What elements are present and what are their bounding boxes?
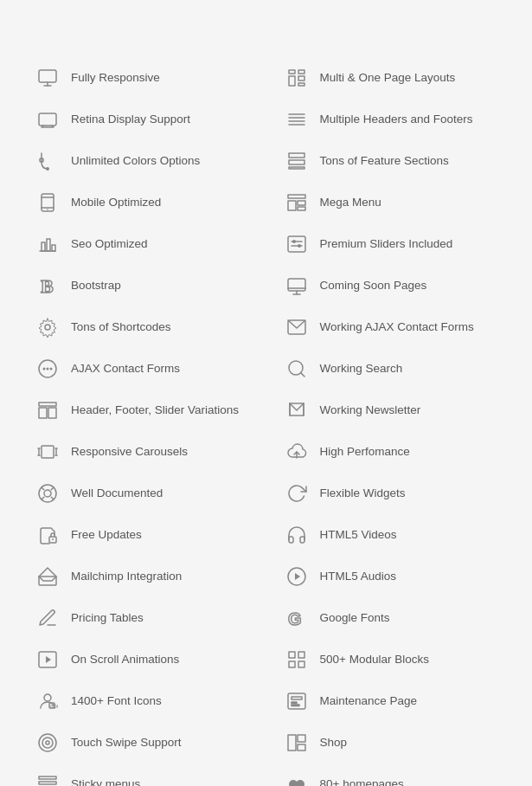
svg-marker-72 [295, 573, 300, 580]
feature-item-multi-one-page: Multi & One Page Layouts [266, 57, 516, 99]
feature-item-ajax-contact-forms: AJAX Contact Forms [17, 348, 266, 390]
feature-item-tons-shortcodes: Tons of Shortcodes [17, 306, 266, 348]
svg-rect-92 [298, 744, 305, 751]
svg-point-80 [44, 694, 51, 701]
bold-b-icon: B [35, 273, 61, 299]
svg-rect-83 [288, 693, 305, 709]
feature-item-mega-menu: Mega Menu [266, 182, 516, 223]
svg-rect-91 [298, 735, 305, 742]
svg-rect-3 [289, 70, 295, 74]
feature-item-fully-responsive: Fully Responsive [17, 57, 266, 99]
feature-item-sticky-menus: Sticky menus [17, 763, 266, 786]
pen-tag-icon [35, 605, 61, 631]
google-g-icon: G [284, 605, 310, 631]
svg-rect-28 [42, 242, 45, 251]
svg-rect-23 [288, 195, 305, 198]
svg-point-41 [45, 325, 50, 330]
feature-label-modular-blocks: 500+ Modular Blocks [320, 652, 429, 667]
settings-dot-icon [35, 314, 61, 340]
lines-icon [284, 106, 310, 132]
svg-rect-5 [289, 76, 295, 86]
svg-rect-79 [298, 661, 304, 667]
feature-label-tons-feature-sections: Tons of Feature Sections [320, 153, 449, 169]
svg-point-89 [46, 741, 49, 744]
svg-rect-4 [298, 70, 304, 74]
target-circle-icon [35, 730, 61, 756]
paint-icon [35, 148, 61, 174]
mobile-icon [35, 190, 61, 216]
svg-rect-50 [39, 408, 47, 418]
monitor-icon [35, 65, 61, 91]
sliders-icon [284, 231, 310, 257]
feature-item-multiple-headers: Multiple Headers and Footers [266, 99, 516, 140]
feature-label-high-performance: High Perfomance [320, 444, 410, 460]
svg-text:G: G [288, 609, 302, 628]
svg-point-98 [296, 780, 304, 786]
feature-item-coming-soon: Coming Soon Pages [266, 265, 516, 306]
feature-label-google-fonts: Google Fonts [320, 610, 390, 626]
maintenance-icon [284, 688, 310, 714]
header-var-icon [35, 397, 61, 423]
svg-rect-78 [289, 661, 295, 667]
feature-item-on-scroll: On Scroll Animations [17, 639, 266, 680]
envelope-icon [284, 314, 310, 340]
svg-rect-8 [39, 113, 56, 126]
svg-rect-16 [289, 153, 304, 158]
feature-label-multiple-headers: Multiple Headers and Footers [320, 112, 473, 127]
svg-line-48 [300, 373, 304, 377]
megamenu-icon [284, 190, 310, 216]
feature-item-mobile-optimized: Mobile Optimized [17, 182, 266, 223]
svg-rect-86 [292, 705, 299, 706]
feature-item-premium-sliders: Premium Sliders Included [266, 223, 516, 265]
feature-label-well-documented: Well Documented [71, 486, 163, 501]
svg-rect-51 [48, 408, 56, 418]
svg-rect-84 [292, 697, 302, 699]
svg-rect-94 [39, 782, 56, 784]
feature-item-tons-feature-sections: Tons of Feature Sections [266, 140, 516, 182]
grid-blocks-icon [284, 647, 310, 673]
dots-circle-icon [35, 356, 61, 382]
features-grid: Fully Responsive Multi & One Page Layout… [17, 57, 515, 786]
feature-label-mega-menu: Mega Menu [320, 195, 381, 210]
svg-rect-77 [298, 652, 304, 658]
feature-label-tons-shortcodes: Tons of Shortcodes [71, 319, 171, 335]
svg-line-66 [42, 497, 44, 499]
feature-item-flexible-widgets: Flexible Widgets [266, 473, 516, 514]
svg-rect-31 [288, 236, 305, 252]
feature-label-mobile-optimized: Mobile Optimized [71, 195, 161, 210]
svg-rect-6 [298, 76, 304, 81]
feature-label-html5-videos: HTML5 Videos [320, 527, 397, 543]
feature-item-retina-display: Retina Display Support [17, 99, 266, 140]
feature-item-working-ajax-forms: Working AJAX Contact Forms [266, 306, 516, 348]
svg-rect-90 [288, 735, 296, 751]
svg-point-45 [47, 368, 49, 370]
tag-lock-icon [35, 522, 61, 548]
svg-point-46 [50, 368, 53, 370]
sticky-rows-icon [35, 771, 61, 786]
feature-item-modular-blocks: 500+ Modular Blocks [266, 639, 516, 680]
svg-rect-17 [289, 160, 304, 164]
feature-item-bootstrap: B Bootstrap [17, 265, 266, 306]
sections-icon [284, 148, 310, 174]
feature-label-unlimited-colors: Unlimited Colors Options [71, 153, 200, 169]
monitor-small-icon [284, 273, 310, 299]
svg-rect-26 [298, 207, 305, 210]
feature-item-html5-audios: HTML5 Audios [266, 556, 516, 597]
feature-item-working-search: Working Search [266, 348, 516, 390]
headphones-icon [284, 522, 310, 548]
svg-rect-24 [288, 201, 296, 210]
feature-label-ajax-contact-forms: AJAX Contact Forms [71, 361, 180, 377]
svg-rect-76 [289, 652, 295, 658]
shop-layout-icon [284, 730, 310, 756]
feature-label-flexible-widgets: Flexible Widgets [320, 486, 406, 501]
svg-point-34 [292, 240, 296, 243]
retina-icon [35, 106, 61, 132]
feature-item-font-icons: abc 1400+ Font Icons [17, 680, 266, 722]
feature-label-sticky-menus: Sticky menus [71, 776, 140, 786]
play-circle-icon [284, 564, 310, 590]
feature-label-80-homepages: 80+ homepages [320, 776, 404, 786]
search-icon [284, 356, 310, 382]
feature-label-touch-swipe: Touch Swipe Support [71, 735, 182, 751]
feature-item-header-footer-slider: Header, Footer, Slider Variations [17, 390, 266, 431]
svg-line-65 [51, 497, 54, 499]
